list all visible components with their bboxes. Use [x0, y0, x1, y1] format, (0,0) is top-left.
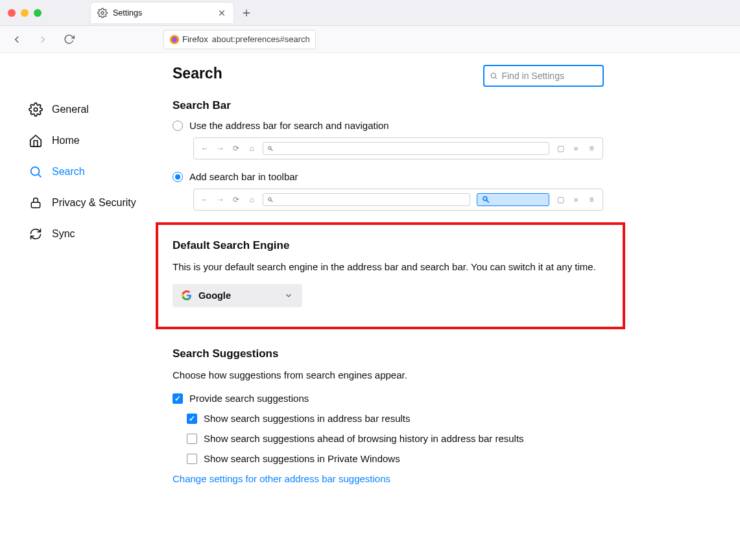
arrow-left-icon: ← [200, 195, 209, 204]
suggestions-heading: Search Suggestions [173, 347, 608, 360]
svg-point-5 [31, 167, 40, 176]
window-close-button[interactable] [8, 9, 16, 17]
mock-urlbar: 🔍︎ [263, 142, 549, 155]
checkbox-label: Show search suggestions ahead of browsin… [204, 433, 524, 444]
url-text: about:preferences#search [212, 34, 310, 44]
svg-rect-6 [31, 202, 40, 207]
checkbox-suggestions-addressbar[interactable]: Show search suggestions in address bar r… [187, 413, 608, 424]
titlebar: Settings [0, 0, 740, 26]
new-tab-button[interactable] [237, 4, 256, 22]
toolbar-preview-separate: ← → ⟳ ⌂ 🔍︎ 🔍︎ ▢ » ≡ [193, 189, 603, 211]
search-icon [490, 71, 497, 80]
tab-close-button[interactable] [217, 8, 227, 18]
sidebar-item-label: Privacy & Security [52, 197, 136, 209]
sidebar-item-home[interactable]: Home [25, 127, 145, 154]
svg-point-4 [34, 108, 38, 111]
checkbox-provide-suggestions[interactable]: Provide search suggestions [173, 393, 608, 404]
radio-label: Add search bar in toolbar [189, 171, 298, 182]
nav-back-button[interactable] [8, 30, 26, 49]
nav-forward-button[interactable] [34, 30, 52, 49]
radio-label: Use the address bar for search and navig… [189, 120, 389, 131]
checkbox-icon [187, 454, 197, 464]
checkbox-icon [187, 414, 197, 424]
settings-main: Search Search Bar Use the address bar fo… [154, 65, 634, 510]
reload-icon: ⟳ [232, 144, 241, 153]
window-controls [8, 9, 42, 17]
sidebar-item-general[interactable]: General [25, 96, 145, 123]
sidebar-icon: ▢ [556, 195, 565, 204]
menu-icon: ≡ [587, 144, 596, 153]
engine-logo-icon [182, 290, 192, 301]
window-minimize-button[interactable] [21, 9, 29, 17]
settings-sidebar: General Home Search Privacy & Security S [0, 65, 154, 510]
default-search-engine-section: Default Search Engine This is your defau… [156, 222, 625, 329]
lock-icon [29, 196, 43, 210]
identity-badge: Firefox [169, 34, 208, 45]
browser-tab[interactable]: Settings [91, 3, 233, 23]
firefox-icon [169, 34, 180, 45]
dse-description: This is your default search engine in th… [173, 260, 608, 275]
window-maximize-button[interactable] [34, 9, 42, 17]
checkbox-suggestions-private[interactable]: Show search suggestions in Private Windo… [187, 453, 608, 464]
search-icon: 🔍︎ [481, 194, 490, 205]
radio-icon [173, 121, 183, 131]
home-icon: ⌂ [247, 144, 256, 153]
reload-icon: ⟳ [232, 195, 241, 204]
gear-icon [29, 102, 43, 117]
addressbar-suggestions-link[interactable]: Change settings for other address bar su… [173, 473, 608, 484]
sidebar-item-label: Sync [52, 228, 75, 240]
nav-reload-button[interactable] [60, 30, 78, 49]
mock-searchbar: 🔍︎ [477, 193, 549, 206]
search-bar-heading: Search Bar [173, 99, 608, 112]
search-icon: 🔍︎ [267, 196, 274, 204]
search-icon [29, 165, 43, 179]
checkbox-suggestions-history[interactable]: Show search suggestions ahead of browsin… [187, 433, 608, 444]
mock-urlbar: 🔍︎ [263, 193, 470, 206]
arrow-right-icon: → [216, 144, 225, 153]
chevron-double-right-icon: » [571, 144, 580, 153]
sync-icon [29, 227, 43, 241]
chevron-down-icon [284, 291, 293, 300]
dse-heading: Default Search Engine [173, 239, 608, 252]
checkbox-icon [173, 393, 183, 404]
sidebar-item-label: General [52, 104, 89, 115]
checkbox-icon [187, 434, 197, 444]
arrow-left-icon: ← [200, 144, 209, 153]
checkbox-label: Show search suggestions in Private Windo… [204, 453, 400, 464]
sidebar-item-label: Home [52, 135, 80, 146]
engine-name: Google [198, 290, 231, 301]
arrow-right-icon: → [216, 195, 225, 204]
navbar: Firefox about:preferences#search [0, 26, 740, 53]
find-in-settings[interactable] [483, 65, 604, 87]
home-icon: ⌂ [247, 195, 256, 204]
sidebar-item-sync[interactable]: Sync [25, 220, 145, 248]
sidebar-item-label: Search [52, 166, 85, 178]
url-bar[interactable]: Firefox about:preferences#search [163, 30, 316, 49]
svg-point-2 [172, 36, 177, 41]
search-icon: 🔍︎ [267, 145, 274, 152]
menu-icon: ≡ [587, 195, 596, 204]
gear-icon [97, 8, 108, 18]
svg-point-3 [491, 73, 495, 78]
find-input[interactable] [501, 71, 597, 81]
sidebar-item-search[interactable]: Search [25, 158, 145, 185]
checkbox-label: Show search suggestions in address bar r… [204, 413, 411, 424]
toolbar-preview-combined: ← → ⟳ ⌂ 🔍︎ ▢ » ≡ [193, 137, 603, 159]
tab-title: Settings [113, 8, 211, 18]
sidebar-item-privacy[interactable]: Privacy & Security [25, 189, 145, 216]
home-icon [29, 134, 43, 148]
radio-search-toolbar[interactable]: Add search bar in toolbar [173, 171, 608, 182]
chevron-double-right-icon: » [571, 195, 580, 204]
default-engine-dropdown[interactable]: Google [173, 284, 302, 307]
checkbox-label: Provide search suggestions [189, 393, 309, 404]
suggestions-description: Choose how suggestions from search engin… [173, 368, 608, 383]
radio-icon [173, 172, 183, 182]
radio-address-bar[interactable]: Use the address bar for search and navig… [173, 120, 608, 131]
sidebar-icon: ▢ [556, 144, 565, 153]
svg-point-0 [101, 12, 104, 14]
identity-label: Firefox [182, 34, 208, 44]
